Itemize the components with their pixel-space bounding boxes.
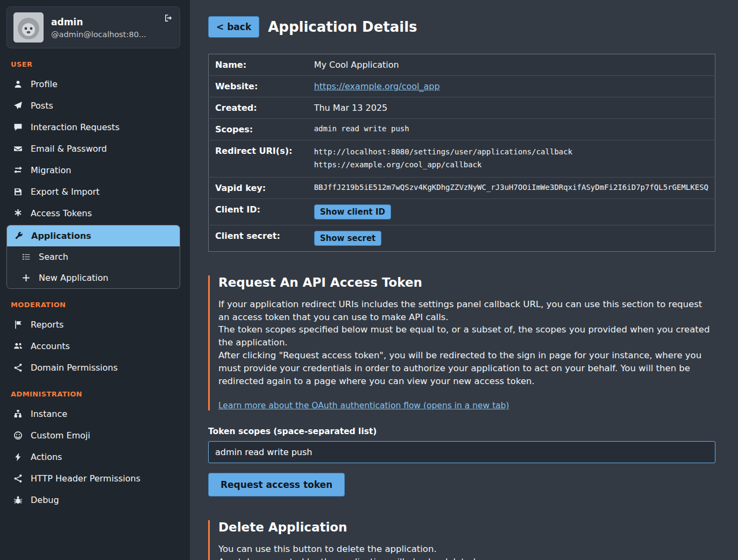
detail-value: https://example.org/cool_app bbox=[308, 76, 715, 97]
sidebar-item-label: New Application bbox=[39, 273, 108, 283]
sidebar-nav: USER Profile Posts Interaction Requests … bbox=[6, 60, 180, 511]
sidebar-item-applications[interactable]: Applications bbox=[7, 225, 180, 246]
request-token-paragraph: After clicking "Request access token", y… bbox=[218, 349, 715, 388]
detail-label: Client secret: bbox=[209, 225, 308, 251]
logout-icon[interactable] bbox=[164, 13, 173, 25]
request-token-section: Request An API Access Token If your appl… bbox=[208, 275, 715, 497]
table-row-redirect-uris: Redirect URI(s): http://localhost:8080/s… bbox=[209, 140, 715, 178]
sidebar-item-profile[interactable]: Profile bbox=[6, 74, 180, 95]
detail-label: Website: bbox=[209, 76, 308, 97]
detail-label: Client ID: bbox=[209, 199, 308, 225]
main-content: < back Application Details Name: My Cool… bbox=[190, 0, 738, 560]
sidebar-item-new-application[interactable]: New Application bbox=[7, 267, 180, 288]
request-token-title: Request An API Access Token bbox=[218, 275, 715, 289]
sidebar-item-instance[interactable]: Instance bbox=[6, 403, 180, 424]
exchange-arrows-icon bbox=[13, 166, 23, 175]
sidebar-item-search[interactable]: Search bbox=[7, 246, 180, 267]
list-icon bbox=[21, 252, 31, 261]
sidebar-item-domain-permissions[interactable]: Domain Permissions bbox=[6, 357, 180, 378]
sidebar-item-custom-emoji[interactable]: Custom Emoji bbox=[6, 425, 180, 446]
request-access-token-button[interactable]: Request access token bbox=[208, 473, 345, 497]
sidebar-item-label: Email & Password bbox=[31, 144, 107, 154]
sidebar-item-label: Actions bbox=[31, 452, 62, 462]
detail-value: Show client ID bbox=[308, 199, 715, 225]
sidebar-item-label: Migration bbox=[31, 165, 71, 175]
detail-value: admin read write push bbox=[308, 119, 715, 140]
user-info: admin @admin@localhost:80... bbox=[51, 17, 173, 39]
page-title: Application Details bbox=[268, 19, 417, 35]
delete-application-title: Delete Application bbox=[218, 520, 715, 534]
sidebar-item-migration[interactable]: Migration bbox=[6, 160, 180, 181]
sidebar-item-export-import[interactable]: Export & Import bbox=[6, 181, 180, 202]
delete-application-text-block: Delete Application You can use this butt… bbox=[208, 520, 715, 560]
table-row-scopes: Scopes: admin read write push bbox=[209, 119, 715, 140]
user-icon bbox=[13, 80, 23, 89]
delete-application-paragraph: Any tokens created by the application wi… bbox=[218, 556, 715, 560]
title-row: < back Application Details bbox=[208, 16, 715, 38]
share-nodes-icon bbox=[13, 363, 23, 372]
table-row-client-id: Client ID: Show client ID bbox=[209, 199, 715, 225]
user-card[interactable]: admin @admin@localhost:80... bbox=[6, 6, 180, 48]
share-nodes-icon bbox=[13, 474, 23, 483]
sidebar-item-actions[interactable]: Actions bbox=[6, 446, 180, 467]
sidebar-item-email-password[interactable]: Email & Password bbox=[6, 138, 180, 159]
user-handle: @admin@localhost:80... bbox=[51, 30, 173, 39]
sidebar-item-label: Search bbox=[39, 252, 68, 262]
section-label-moderation: MODERATION bbox=[11, 301, 176, 309]
detail-value: BBJffJ219b5iE512m7wQSzv4KgKDhgZZVzNyWC_r… bbox=[308, 177, 715, 199]
floppy-disk-icon bbox=[13, 187, 23, 196]
sidebar-item-label: Access Tokens bbox=[31, 208, 92, 218]
website-link[interactable]: https://example.org/cool_app bbox=[314, 81, 440, 91]
detail-label: Redirect URI(s): bbox=[209, 140, 308, 178]
sidebar-item-label: Interaction Requests bbox=[31, 122, 119, 132]
sidebar-item-label: Debug bbox=[31, 495, 59, 505]
username: admin bbox=[51, 17, 173, 27]
table-row-vapid-key: Vapid key: BBJffJ219b5iE512m7wQSzv4KgKDh… bbox=[209, 177, 715, 199]
section-label-user: USER bbox=[11, 60, 176, 68]
back-button[interactable]: < back bbox=[208, 16, 259, 38]
sitemap-icon bbox=[13, 409, 23, 419]
request-token-paragraph: If your application redirect URIs includ… bbox=[218, 298, 715, 324]
asterisk-icon bbox=[13, 209, 23, 218]
detail-value: My Cool Application bbox=[308, 54, 715, 76]
sidebar-item-label: Instance bbox=[31, 409, 67, 419]
sidebar-item-label: Domain Permissions bbox=[31, 363, 118, 373]
show-client-id-button[interactable]: Show client ID bbox=[314, 204, 391, 219]
detail-value: Show secret bbox=[308, 225, 715, 251]
oauth-docs-link[interactable]: Learn more about the OAuth authenticatio… bbox=[218, 401, 509, 410]
detail-value: http://localhost:8080/settings/user/appl… bbox=[308, 140, 715, 178]
wrench-icon bbox=[13, 231, 23, 240]
sidebar-item-access-tokens[interactable]: Access Tokens bbox=[6, 203, 180, 224]
avatar bbox=[13, 12, 44, 42]
sidebar-item-interaction-requests[interactable]: Interaction Requests bbox=[6, 117, 180, 138]
comment-icon bbox=[13, 123, 23, 132]
sidebar-item-debug[interactable]: Debug bbox=[6, 490, 180, 511]
sidebar-item-reports[interactable]: Reports bbox=[6, 314, 180, 335]
smiley-icon bbox=[13, 431, 23, 440]
table-row-website: Website: https://example.org/cool_app bbox=[209, 76, 715, 97]
section-label-administration: ADMINISTRATION bbox=[11, 390, 176, 398]
sidebar-item-accounts[interactable]: Accounts bbox=[6, 336, 180, 357]
plus-icon bbox=[21, 273, 31, 282]
application-details-table: Name: My Cool Application Website: https… bbox=[208, 54, 715, 252]
sidebar-item-label: Export & Import bbox=[31, 187, 100, 197]
delete-application-paragraph: You can use this button to delete the ap… bbox=[218, 543, 715, 556]
detail-label: Vapid key: bbox=[209, 177, 308, 199]
sidebar-item-posts[interactable]: Posts bbox=[6, 95, 180, 116]
sidebar-group-applications: Applications Search New Application bbox=[6, 225, 180, 289]
table-row-created: Created: Thu Mar 13 2025 bbox=[209, 97, 715, 119]
sidebar-item-label: Posts bbox=[31, 101, 53, 111]
show-secret-button[interactable]: Show secret bbox=[314, 231, 382, 246]
detail-label: Created: bbox=[209, 97, 308, 119]
token-scopes-input[interactable] bbox=[208, 441, 715, 463]
token-scopes-label: Token scopes (space-separated list) bbox=[208, 427, 715, 436]
request-token-text-block: Request An API Access Token If your appl… bbox=[208, 275, 715, 410]
sidebar-item-label: Profile bbox=[31, 79, 58, 89]
detail-label: Scopes: bbox=[209, 119, 308, 140]
sidebar-item-label: Applications bbox=[31, 231, 91, 241]
users-icon bbox=[13, 342, 23, 351]
sidebar-item-http-header-permissions[interactable]: HTTP Header Permissions bbox=[6, 468, 180, 489]
table-row-client-secret: Client secret: Show secret bbox=[209, 225, 715, 251]
paper-plane-icon bbox=[13, 101, 23, 110]
sidebar-item-label: Reports bbox=[31, 320, 63, 330]
